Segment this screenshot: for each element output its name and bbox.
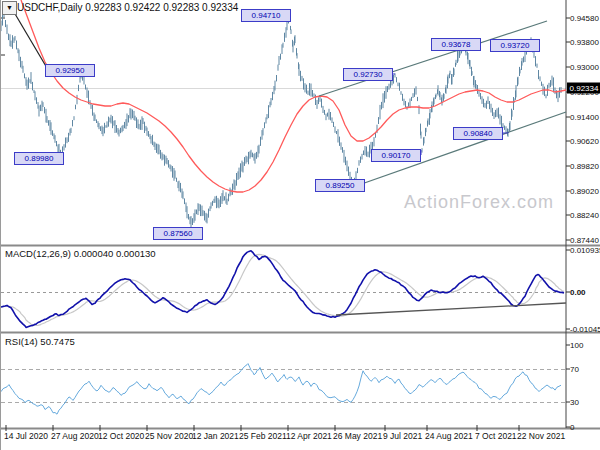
price-annotation[interactable]: 0.90170: [371, 149, 421, 162]
price-axis-label: 0.90620: [570, 137, 599, 146]
date-axis-label: 12 Jan 2021: [192, 431, 239, 441]
price-axis-label: 0.87440: [570, 236, 599, 245]
date-axis-label: 25 Nov 2020: [145, 431, 193, 441]
price-annotation[interactable]: 0.92730: [343, 68, 393, 81]
rsi-title-label: RSI(14) 50.7475: [5, 336, 75, 347]
price-annotation[interactable]: 0.93720: [490, 39, 540, 52]
rsi-axis-label: 0: [570, 423, 574, 432]
date-axis-label: 12 Apr 2021: [286, 431, 332, 441]
date-axis-label: 9 Jul 2021: [383, 431, 422, 441]
rsi-axis-label: 100: [570, 341, 583, 350]
price-axis-label: 0.89020: [570, 187, 599, 196]
price-axis-label: 0.88240: [570, 211, 599, 220]
date-axis-label: 27 Aug 2020: [51, 431, 99, 441]
price-axis-label: 0.89820: [570, 162, 599, 171]
macd-axis-label: 0.010935: [570, 246, 600, 255]
price-axis-label: 0.93800: [570, 38, 599, 47]
price-annotation[interactable]: 0.92950: [45, 64, 95, 77]
date-axis-label: 14 Jul 2020: [4, 431, 48, 441]
macd-indicator-title: MACD(12,26,9) 0.000040 0.000130: [5, 248, 156, 259]
price-annotation[interactable]: 0.89980: [14, 152, 64, 165]
rsi-axis-label: 70: [570, 365, 579, 374]
date-axis-label: 12 Oct 2020: [98, 431, 144, 441]
price-annotation[interactable]: 0.89250: [315, 179, 365, 192]
price-annotation[interactable]: 0.93678: [431, 38, 481, 51]
macd-title-label: MACD(12,26,9) 0.000040 0.000130: [5, 248, 156, 259]
rsi-axis-label: 30: [570, 398, 579, 407]
price-annotation[interactable]: 0.87560: [153, 227, 203, 240]
price-annotation[interactable]: 0.94710: [241, 9, 291, 22]
trading-chart-window: ▼ USDCHF,Daily 0.92283 0.92422 0.92283 0…: [0, 0, 600, 450]
symbol-dropdown-icon[interactable]: ▼: [2, 1, 17, 15]
actionforex-watermark: ActionForex.com: [404, 192, 554, 213]
macd-axis-label: -0.010459: [570, 325, 600, 334]
price-annotation[interactable]: 0.90840: [453, 127, 503, 140]
chart-title: USDCHF,Daily 0.92283 0.92422 0.92283 0.9…: [17, 2, 238, 13]
price-axis-label: 0.93000: [570, 63, 599, 72]
price-axis-label: 0.94580: [570, 14, 599, 23]
date-axis-label: 24 Aug 2021: [425, 431, 473, 441]
date-axis-label: 25 Feb 2021: [239, 431, 287, 441]
current-price-tag: 0.92334: [567, 83, 600, 94]
macd-axis-label: 0.00: [570, 288, 586, 297]
price-axis-label: 0.91400: [570, 113, 599, 122]
date-axis-label: 26 May 2021: [333, 431, 382, 441]
rsi-indicator-title: RSI(14) 50.7475: [5, 336, 75, 347]
date-axis-label: 22 Nov 2021: [517, 431, 565, 441]
date-axis-label: 7 Oct 2021: [475, 431, 517, 441]
